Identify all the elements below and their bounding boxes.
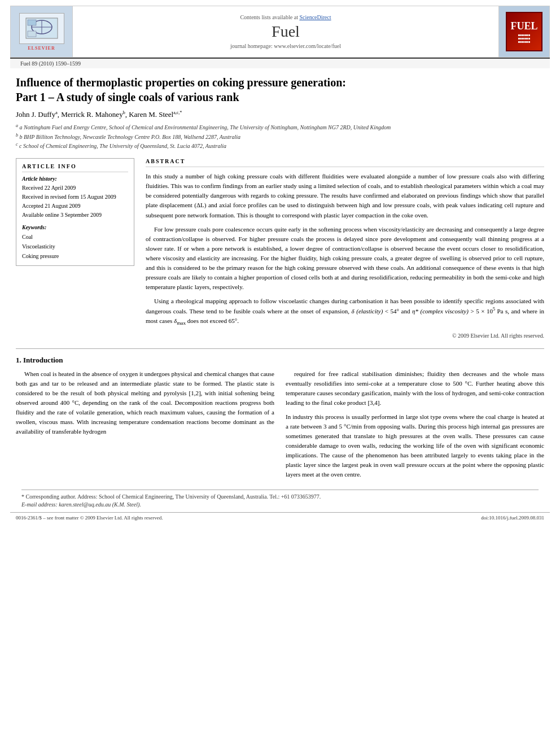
footnote-email: E-mail address: karen.steel@uq.edu.au (K… — [21, 501, 539, 508]
keyword-3: Coking pressure — [22, 251, 128, 261]
svg-rect-4 — [28, 20, 36, 25]
keywords-label: Keywords: — [22, 224, 128, 230]
abstract-para-2: For low pressure coals pore coalescence … — [146, 225, 544, 292]
footnote-area: * Corresponding author. Address: School … — [21, 490, 539, 508]
revised-date: Received in revised form 15 August 2009 — [22, 193, 128, 202]
abstract-heading: ABSTRACT — [146, 158, 544, 167]
keyword-2: Viscoelasticity — [22, 242, 128, 251]
article-title: Influence of thermoplastic properties on… — [10, 75, 550, 104]
abstract-para-3: Using a rheological mapping approach to … — [146, 296, 544, 327]
elsevier-brand: ELSEVIER — [28, 46, 55, 51]
accepted-date: Accepted 21 August 2009 — [22, 202, 128, 211]
authors-line: John J. Duffya, Merrick R. Mahoneyb, Kar… — [10, 110, 550, 119]
intro-para-2: required for free radical stabilisation … — [286, 369, 544, 408]
elsevier-logo-box — [19, 13, 64, 44]
affiliations: a a Nottingham Fuel and Energy Centre, S… — [10, 123, 550, 150]
journal-title: Fuel — [272, 23, 300, 41]
keywords-list: Coal Viscoelasticity Coking pressure — [22, 232, 128, 261]
keyword-1: Coal — [22, 232, 128, 242]
intro-para-1: When coal is heated in the absence of ox… — [16, 369, 274, 436]
journal-homepage: journal homepage: www.elsevier.com/locat… — [230, 43, 341, 49]
intro-col-right: required for free radical stabilisation … — [286, 369, 544, 484]
article-info-column: ARTICLE INFO Article history: Received 2… — [16, 158, 134, 340]
abstract-column: ABSTRACT In this study a number of high … — [146, 158, 544, 340]
history-label: Article history: — [22, 176, 128, 182]
issn-text: 0016-2361/$ – see front matter © 2009 El… — [16, 515, 163, 521]
main-content: Influence of thermoplastic properties on… — [10, 68, 550, 508]
introduction-section: 1. Introduction When coal is heated in t… — [10, 356, 550, 508]
journal-header: ELSEVIER Contents lists available at Sci… — [10, 6, 550, 58]
footnote-corresponding: * Corresponding author. Address: School … — [21, 493, 539, 500]
intro-two-col: When coal is heated in the absence of ox… — [16, 369, 544, 484]
article-info-abstract-section: ARTICLE INFO Article history: Received 2… — [10, 158, 550, 340]
received-date: Received 22 April 2009 — [22, 184, 128, 193]
abstract-para-1: In this study a number of high coking pr… — [146, 172, 544, 220]
intro-col-left: When coal is heated in the absence of ox… — [16, 369, 274, 484]
svg-rect-5 — [28, 31, 36, 37]
article-info-box: ARTICLE INFO Article history: Received 2… — [16, 158, 134, 266]
section-divider — [16, 348, 544, 349]
citation-bar: Fuel 89 (2010) 1590–1599 — [10, 58, 550, 68]
article-info-heading: ARTICLE INFO — [22, 163, 128, 172]
section-title-intro: 1. Introduction — [16, 356, 544, 365]
affiliation-a: a a Nottingham Fuel and Energy Centre, S… — [16, 123, 544, 132]
intro-para-3: In industry this process is usually perf… — [286, 412, 544, 479]
available-date: Available online 3 September 2009 — [22, 211, 128, 220]
elsevier-logo-section: ELSEVIER — [11, 6, 73, 57]
copyright-line: © 2009 Elsevier Ltd. All rights reserved… — [146, 331, 544, 340]
fuel-logo-section: FUEL ■■■■■■■■■■■■■■■■■■ — [498, 6, 549, 57]
abstract-text: In this study a number of high coking pr… — [146, 172, 544, 340]
doi-text: doi:10.1016/j.fuel.2009.08.031 — [481, 515, 544, 521]
header-center: Contents lists available at ScienceDirec… — [73, 6, 498, 57]
sciencedirect-link[interactable]: ScienceDirect — [299, 14, 331, 20]
fuel-badge: FUEL ■■■■■■■■■■■■■■■■■■ — [506, 12, 542, 51]
article-dates: Received 22 April 2009 Received in revis… — [22, 184, 128, 220]
contents-available: Contents lists available at ScienceDirec… — [240, 14, 331, 20]
affiliation-c: c c School of Chemical Engineering, The … — [16, 141, 544, 150]
affiliation-b: b b BHP Billiton Technology, Newcastle T… — [16, 132, 544, 141]
bottom-bar: 0016-2361/$ – see front matter © 2009 El… — [10, 512, 550, 523]
